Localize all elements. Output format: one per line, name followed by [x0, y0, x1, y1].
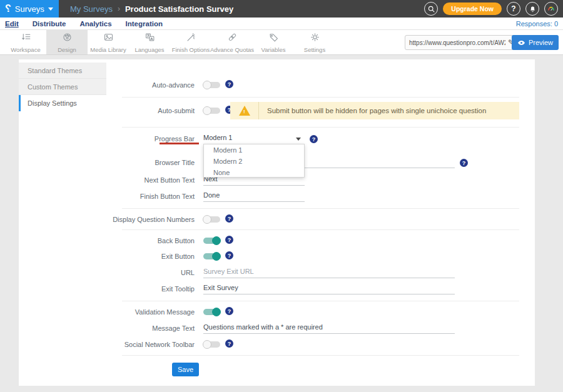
sidebar-item-custom-themes[interactable]: Custom Themes: [19, 79, 106, 95]
survey-title: Product Satisfaction Survey: [125, 4, 233, 14]
social-network-toolbar-toggle[interactable]: [203, 341, 220, 348]
social-network-toolbar-row: Social Network Toolbar ?: [106, 339, 535, 351]
auto-submit-warning: ! Submit button will be hidden for pages…: [230, 102, 519, 119]
display-settings-form: Auto-advance ? Auto-submit ? ! Submit bu…: [106, 59, 535, 386]
social-network-toolbar-label: Social Network Toolbar: [106, 341, 195, 348]
sidebar-item-display-settings[interactable]: Display Settings: [19, 95, 106, 111]
survey-url-field[interactable]: https://www.questionpro.com/t/AW22Zh44 ✎: [405, 35, 519, 50]
progress-bar-label: Progress Bar: [106, 135, 195, 143]
display-question-numbers-toggle[interactable]: [203, 216, 220, 223]
section-divider: [122, 208, 519, 209]
back-button-label: Back Button: [106, 237, 195, 244]
select-caret-icon: [296, 138, 301, 141]
languages-icon: [145, 32, 155, 45]
message-text-input[interactable]: Questions marked with a * are required: [203, 323, 455, 334]
toolbar-design[interactable]: Design: [46, 30, 88, 54]
exit-url-row: URL Survey Exit URL: [106, 268, 535, 279]
sidebar-item-standard-themes[interactable]: Standard Themes: [19, 63, 106, 79]
finish-button-text-label: Finish Button Text: [106, 193, 195, 200]
dropdown-option-modern-2[interactable]: Modern 2: [204, 156, 304, 167]
finish-button-text-row: Finish Button Text Done: [106, 191, 535, 203]
section-divider: [122, 127, 519, 128]
back-button-toggle[interactable]: [203, 238, 220, 244]
warning-message: Submit button will be hidden for pages w…: [267, 107, 486, 114]
product-menu-label: Surveys: [15, 4, 44, 14]
browser-title-row: Browser Title ?: [106, 158, 535, 169]
toolbar-workspace[interactable]: Workspace: [5, 30, 46, 54]
toolbar-media-library[interactable]: Media Library: [88, 30, 129, 54]
survey-nav: Edit Distribute Analytics Integration Re…: [0, 18, 563, 30]
topbar: ? Surveys My Surveys › Product Satisfact…: [0, 0, 563, 18]
exit-button-toggle[interactable]: [203, 253, 220, 259]
dropdown-option-modern-1[interactable]: Modern 1: [204, 144, 304, 156]
finish-button-text-input[interactable]: Done: [203, 191, 305, 202]
progress-bar-row: Progress Bar Modern 1 ? Modern 1 Modern …: [106, 134, 535, 145]
exit-button-label: Exit Button: [106, 253, 195, 260]
gear-icon: [310, 32, 320, 45]
eye-icon: [517, 40, 525, 46]
design-palette-icon: [62, 32, 73, 45]
breadcrumb-my-surveys[interactable]: My Surveys: [70, 4, 113, 14]
progress-bar-help-icon[interactable]: ?: [310, 135, 318, 143]
message-text-label: Message Text: [106, 324, 195, 332]
display-question-numbers-help-icon[interactable]: ?: [225, 214, 233, 223]
exit-button-help-icon[interactable]: ?: [225, 251, 233, 259]
chain-links-icon: [227, 32, 238, 45]
toolbar-settings[interactable]: Settings: [294, 30, 335, 54]
auto-advance-help-icon[interactable]: ?: [225, 80, 233, 88]
display-settings-panel: Standard Themes Custom Themes Display Se…: [19, 59, 535, 386]
search-icon[interactable]: [424, 2, 438, 16]
section-divider: [122, 355, 519, 356]
next-button-text-label: Next Button Text: [106, 176, 195, 184]
social-network-toolbar-help-icon[interactable]: ?: [225, 339, 233, 348]
responses-count[interactable]: Responses: 0: [516, 20, 558, 28]
tag-icon: [268, 32, 279, 45]
design-toolbar: Workspace Design Media Library Languages…: [0, 30, 563, 55]
topbar-actions: Upgrade Now ?: [424, 2, 563, 16]
preview-button[interactable]: Preview: [512, 35, 559, 50]
warning-triangle-icon: !: [239, 106, 250, 116]
auto-advance-toggle[interactable]: [203, 82, 220, 88]
toolbar-advance-quotas[interactable]: Advance Quotas: [211, 30, 253, 54]
nav-analytics[interactable]: Analytics: [79, 20, 111, 28]
upgrade-now-button[interactable]: Upgrade Now: [443, 3, 502, 15]
dropdown-option-none[interactable]: None: [204, 167, 304, 178]
notifications-bell-icon[interactable]: [525, 2, 539, 16]
toolbar-finish-options[interactable]: Finish Options: [170, 30, 211, 54]
toolbar-languages[interactable]: Languages: [129, 30, 170, 54]
display-question-numbers-row: Display Question Numbers ?: [106, 214, 535, 226]
workspace-icon: [21, 32, 31, 45]
nav-distribute[interactable]: Distribute: [33, 20, 66, 28]
product-switcher[interactable]: ? Surveys: [0, 0, 59, 18]
exit-tooltip-input[interactable]: Exit Survey: [203, 284, 455, 294]
progress-bar-selected-value: Modern 1: [203, 134, 232, 141]
nav-integration[interactable]: Integration: [126, 20, 163, 28]
help-icon[interactable]: ?: [507, 2, 520, 16]
nav-edit[interactable]: Edit: [5, 20, 19, 28]
browser-title-help-icon[interactable]: ?: [460, 159, 468, 167]
design-sidebar: Standard Themes Custom Themes Display Se…: [19, 63, 106, 111]
validation-message-row: Validation Message ?: [106, 307, 535, 318]
breadcrumb: My Surveys › Product Satisfaction Survey: [70, 4, 233, 14]
media-library-icon: [103, 32, 114, 45]
progress-bar-select[interactable]: Modern 1: [203, 134, 305, 144]
toolbar-variables[interactable]: Variables: [253, 30, 294, 54]
red-annotation-underline: [160, 143, 199, 144]
section-divider: [122, 229, 519, 230]
magic-wand-icon: [186, 32, 196, 45]
browser-title-label: Browser Title: [106, 159, 195, 166]
usage-gauge-icon[interactable]: [544, 2, 558, 16]
survey-url-value: https://www.questionpro.com/t/AW22Zh44: [409, 39, 505, 46]
next-button-text-row: Next Button Text Next: [106, 175, 535, 186]
save-button[interactable]: Save: [172, 363, 199, 376]
exit-url-input[interactable]: Survey Exit URL: [203, 268, 455, 278]
progress-bar-dropdown: Modern 1 Modern 2 None: [203, 144, 305, 178]
message-text-row: Message Text Questions marked with a * a…: [106, 323, 535, 334]
auto-advance-label: Auto-advance: [106, 81, 195, 89]
section-divider: [122, 97, 519, 98]
back-button-help-icon[interactable]: ?: [225, 236, 233, 244]
auto-submit-toggle[interactable]: [203, 108, 220, 114]
validation-message-toggle[interactable]: [203, 309, 220, 315]
section-divider: [122, 301, 519, 301]
validation-message-help-icon[interactable]: ?: [225, 307, 233, 315]
